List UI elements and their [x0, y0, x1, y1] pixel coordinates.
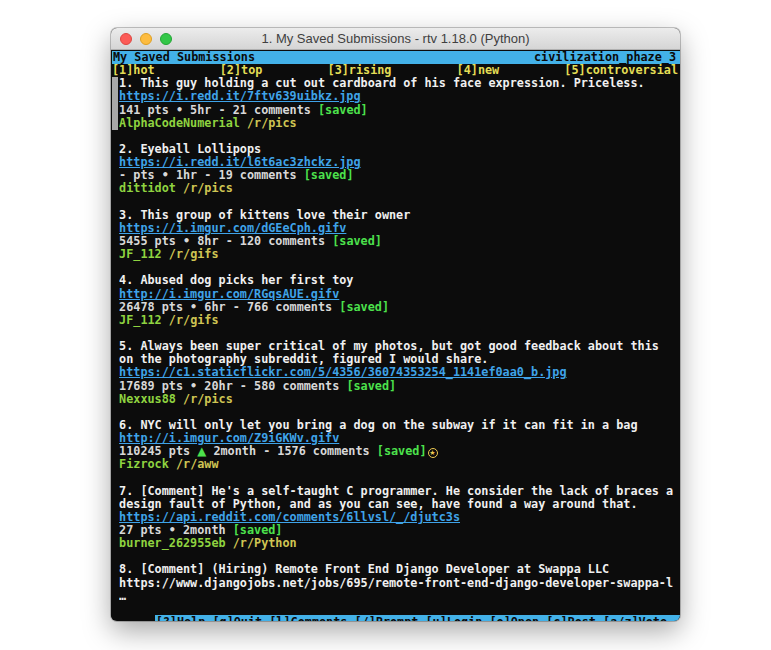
submission-url[interactable]: https://i.redd.it/l6t6ac3zhckz.jpg — [119, 156, 680, 169]
submission-author: Fizrock — [119, 458, 169, 471]
window-titlebar[interactable]: 1. My Saved Submissions - rtv 1.18.0 (Py… — [111, 28, 680, 50]
stats-text: 141 pts • 5hr - 21 comments — [119, 104, 318, 117]
tab-hot[interactable]: [1]hot — [112, 64, 155, 77]
submission-item[interactable]: 7. [Comment] He's a self-taught C progra… — [112, 485, 680, 551]
submission-title-line: 6. NYC will only let you bring a dog on … — [119, 419, 680, 432]
submission-stats: 141 pts • 5hr - 21 comments [saved] — [119, 104, 680, 117]
submission-subreddit: /r/aww — [176, 458, 219, 471]
submission-url[interactable]: https://c1.staticflickr.com/5/4356/36074… — [119, 366, 680, 379]
submission-title-line: design fault of Python, and as you can s… — [119, 498, 680, 511]
saved-badge: [saved] — [377, 445, 427, 458]
saved-badge: [saved] — [318, 104, 368, 117]
submission-url[interactable]: https://i.redd.it/7ftv639uibkz.jpg — [119, 90, 680, 103]
submission-subreddit: /r/gifs — [169, 314, 219, 327]
submission-stats: 17689 pts • 20hr - 580 comments [saved] — [119, 380, 680, 393]
submission-item[interactable]: 3. This group of kittens love their owne… — [112, 209, 680, 262]
tab-top[interactable]: [2]top — [220, 64, 263, 77]
submission-author: burner_262955eb — [119, 537, 226, 550]
terminal-window: 1. My Saved Submissions - rtv 1.18.0 (Py… — [111, 28, 680, 621]
traffic-lights — [120, 33, 172, 45]
close-button[interactable] — [120, 33, 132, 45]
submission-author: JF_112 — [119, 314, 162, 327]
submission-byline: Nexxus88 /r/pics — [119, 393, 680, 406]
submission-byline: JF_112 /r/gifs — [119, 248, 680, 261]
submission-byline: AlphaCodeNumerial /r/pics — [119, 117, 680, 130]
submission-title-line: 4. Abused dog picks her first toy — [119, 274, 680, 287]
submission-byline: Fizrock /r/aww — [119, 458, 680, 471]
submission-stats: 5455 pts • 8hr - 120 comments [saved] — [119, 235, 680, 248]
submission-stats: 110245 pts ▲ 2month - 1576 comments [sav… — [119, 445, 680, 458]
submission-subreddit: /r/Python — [233, 537, 297, 550]
submission-author: AlphaCodeNumerial — [119, 117, 240, 130]
submission-author: JF_112 — [119, 248, 162, 261]
submission-title-line: 3. This group of kittens love their owne… — [119, 209, 680, 222]
stats-text: 26478 pts • 6hr - 766 comments — [119, 301, 339, 314]
submission-item[interactable]: 1. This guy holding a cut out cardboard … — [112, 77, 680, 130]
saved-badge: [saved] — [346, 380, 396, 393]
submission-author: Nexxus88 — [119, 393, 176, 406]
minimize-button[interactable] — [140, 33, 152, 45]
saved-badge: [saved] — [332, 235, 382, 248]
saved-badge: [saved] — [233, 524, 283, 537]
zoom-button[interactable] — [160, 33, 172, 45]
stats-text: 17689 pts • 20hr - 580 comments — [119, 380, 346, 393]
saved-badge: [saved] — [304, 169, 354, 182]
submission-title-line: 2. Eyeball Lollipops — [119, 143, 680, 156]
sort-tabs: [1]hot[2]top[3]rising[4]new[5]controvers… — [112, 64, 680, 77]
submission-url[interactable]: https://api.reddit.com/comments/6llvsl/_… — [119, 511, 680, 524]
stats-text: 27 pts • 2month — [119, 524, 233, 537]
submission-item[interactable]: 5. Always been super critical of my phot… — [112, 340, 680, 406]
status-bar: [?]Help [q]Quit [l]Comments [/]Prompt [u… — [155, 615, 680, 621]
submission-url[interactable]: http://i.imgur.com/RGqsAUE.gifv — [119, 288, 680, 301]
submission-title-line: 7. [Comment] He's a self-taught C progra… — [119, 485, 680, 498]
submission-url[interactable]: http://i.imgur.com/Z9iGKWv.gifv — [119, 432, 680, 445]
submission-stats: - pts • 1hr - 19 comments [saved] — [119, 169, 680, 182]
status-bar-row: [?]Help [q]Quit [l]Comments [/]Prompt [u… — [112, 602, 680, 617]
saved-badge: [saved] — [339, 301, 389, 314]
submission-subreddit: /r/gifs — [169, 248, 219, 261]
submission-item[interactable]: 6. NYC will only let you bring a dog on … — [112, 419, 680, 472]
submission-subreddit: /r/pics — [183, 393, 233, 406]
submission-item[interactable]: 8. [Comment] (Hiring) Remote Front End D… — [112, 563, 680, 602]
tab-new[interactable]: [4]new — [457, 64, 500, 77]
submission-author: dittidot — [119, 182, 176, 195]
submission-title-line: 5. Always been super critical of my phot… — [119, 340, 680, 353]
submission-byline: JF_112 /r/gifs — [119, 314, 680, 327]
submission-title-line: … — [119, 590, 680, 603]
submission-title-line: on the photography subreddit, figured I … — [119, 353, 680, 366]
submission-title-line: 8. [Comment] (Hiring) Remote Front End D… — [119, 563, 680, 576]
tab-controversial[interactable]: [5]controversial — [564, 64, 678, 77]
stats-text: 5455 pts • 8hr - 120 comments — [119, 235, 332, 248]
stats-text: - pts • 1hr - 19 comments — [119, 169, 304, 182]
upvote-arrow-icon: ▲ — [197, 445, 206, 458]
window-title: 1. My Saved Submissions - rtv 1.18.0 (Py… — [111, 28, 680, 49]
submission-stats: 26478 pts • 6hr - 766 comments [saved] — [119, 301, 680, 314]
submission-subreddit: /r/pics — [247, 117, 297, 130]
submission-item[interactable]: 4. Abused dog picks her first toyhttp://… — [112, 274, 680, 327]
stats-text: 2month - 1576 comments — [206, 445, 376, 458]
submission-url[interactable]: https://i.imgur.com/dGEeCph.gifv — [119, 222, 680, 235]
submission-byline: dittidot /r/pics — [119, 182, 680, 195]
gilded-star-icon: ★ — [428, 448, 438, 458]
submission-byline: burner_262955eb /r/Python — [119, 537, 680, 550]
terminal-content: My Saved Submissions civilization_phaze_… — [111, 50, 680, 620]
submission-item[interactable]: 2. Eyeball Lollipopshttps://i.redd.it/l6… — [112, 143, 680, 196]
submission-title-line: https://www.djangojobs.net/jobs/695/remo… — [119, 577, 680, 590]
submission-subreddit: /r/pics — [183, 182, 233, 195]
stats-text: 110245 pts — [119, 445, 197, 458]
tab-rising[interactable]: [3]rising — [328, 64, 392, 77]
submission-title-line: 1. This guy holding a cut out cardboard … — [119, 77, 680, 90]
submission-stats: 27 pts • 2month [saved] — [119, 524, 680, 537]
submission-list: 1. This guy holding a cut out cardboard … — [112, 77, 680, 604]
